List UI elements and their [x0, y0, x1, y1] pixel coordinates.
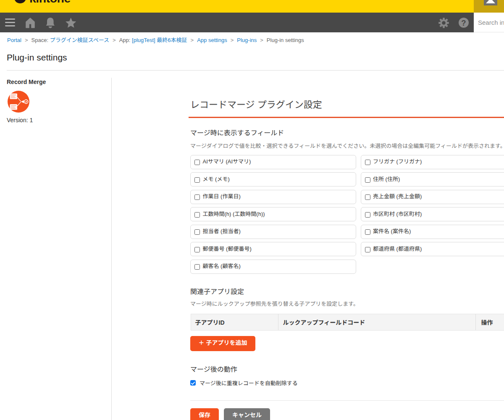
svg-text:?: ? [461, 18, 466, 27]
